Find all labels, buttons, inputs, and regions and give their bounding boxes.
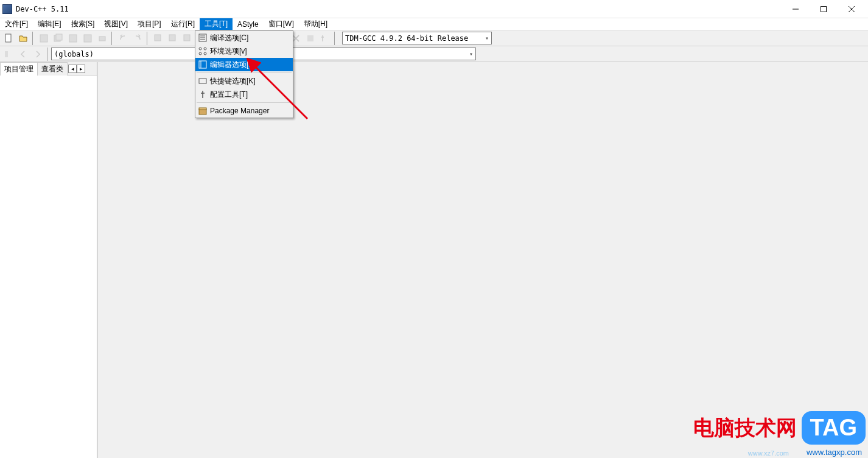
menu-file[interactable]: 文件[F]: [0, 18, 33, 30]
new-file-button[interactable]: [2, 32, 15, 45]
svg-rect-27: [307, 35, 313, 41]
env-options-icon: [195, 44, 210, 58]
menu-shortcut-options-label: 快捷键选项[K]: [210, 76, 256, 86]
svg-rect-10: [99, 37, 105, 41]
svg-point-46: [204, 52, 206, 55]
tab-class-view[interactable]: 查看类: [37, 62, 68, 76]
toolbar-separator: [32, 32, 35, 45]
editor-area[interactable]: [97, 62, 868, 458]
menu-config-tools[interactable]: 配置工具[T]: [195, 88, 293, 101]
toolbar-separator: [47, 48, 49, 61]
scope-combo-value: (globals): [54, 50, 94, 58]
menu-env-options-label: 环境选项[v]: [210, 46, 247, 57]
open-file-button[interactable]: [16, 32, 30, 45]
svg-rect-9: [84, 35, 91, 42]
editor-options-icon: [195, 58, 210, 71]
main-toolbar: TDM-GCC 4.9.2 64-bit Release ▾: [0, 30, 868, 46]
tools-dropdown: 编译选项[C] 环境选项[v] 编辑器选项[E] 快捷键选项[K] 配置工具[T…: [195, 30, 293, 118]
nav-new-button: [2, 48, 15, 61]
svg-point-43: [199, 48, 201, 50]
nav-back-button: [16, 48, 30, 61]
menu-package-manager[interactable]: Package Manager: [195, 104, 293, 118]
menu-editor-options[interactable]: 编辑器选项[E]: [195, 58, 293, 71]
save-button: [37, 32, 51, 45]
package-icon: [195, 104, 210, 118]
tab-project-manager[interactable]: 项目管理: [0, 62, 38, 76]
watermark-badge: TAG: [802, 411, 866, 445]
tab-scroll-left-button[interactable]: ◂: [68, 65, 77, 73]
find-button: [152, 32, 165, 45]
menu-help[interactable]: 帮助[H]: [299, 18, 332, 30]
toolbar-separator: [334, 32, 337, 45]
app-icon: [2, 4, 12, 14]
menu-separator: [197, 72, 292, 73]
redo-button: [131, 32, 144, 45]
undo-button: [116, 32, 130, 45]
replace-button: [166, 32, 180, 45]
svg-rect-1: [821, 6, 827, 12]
nav-toolbar: (globals) ▾ ▾: [0, 46, 868, 62]
svg-rect-28: [5, 51, 8, 57]
nav-forward-button: [31, 48, 44, 61]
chevron-down-icon: ▾: [469, 51, 473, 57]
content-area: 项目管理 查看类 ◂ ▸: [0, 62, 868, 458]
window-title: Dev-C++ 5.11: [16, 5, 782, 13]
svg-rect-11: [155, 35, 161, 41]
svg-rect-47: [199, 61, 206, 68]
save-as-button: [66, 32, 80, 45]
svg-rect-12: [169, 35, 175, 41]
menu-config-tools-label: 配置工具[T]: [210, 90, 248, 100]
close-button-tb: [81, 32, 94, 45]
menu-separator: [197, 102, 292, 103]
menu-compile-options-label: 编译选项[C]: [210, 33, 248, 43]
minimize-button[interactable]: [782, 0, 810, 18]
menu-compile-options[interactable]: 编译选项[C]: [195, 31, 293, 44]
toolbar-separator: [147, 32, 149, 45]
svg-rect-13: [184, 35, 190, 41]
window-controls: [782, 0, 866, 18]
sidebar-tabs: 项目管理 查看类 ◂ ▸: [0, 62, 97, 76]
project-tree[interactable]: [0, 76, 97, 458]
find-in-files-button: [181, 32, 194, 45]
profile-button: [304, 32, 317, 45]
print-button: [96, 32, 109, 45]
svg-rect-8: [69, 35, 77, 42]
menu-env-options[interactable]: 环境选项[v]: [195, 44, 293, 58]
maximize-button[interactable]: [810, 0, 838, 18]
compile-options-icon: [195, 31, 210, 44]
watermark: 电脑技术网 TAG: [693, 411, 866, 445]
svg-point-44: [204, 48, 206, 50]
menu-view[interactable]: 视图[V]: [99, 18, 133, 30]
menu-edit[interactable]: 编辑[E]: [33, 18, 66, 30]
menu-search[interactable]: 搜索[S]: [66, 18, 100, 30]
menu-run[interactable]: 运行[R]: [166, 18, 200, 30]
save-all-button: [52, 32, 65, 45]
menu-editor-options-label: 编辑器选项[E]: [210, 60, 256, 70]
shortcut-icon: [195, 74, 210, 88]
compiler-select-value: TDM-GCC 4.9.2 64-bit Release: [345, 34, 468, 43]
menu-project[interactable]: 项目[P]: [133, 18, 166, 30]
menu-astyle[interactable]: AStyle: [233, 18, 264, 30]
svg-rect-49: [199, 79, 206, 83]
chevron-down-icon: ▾: [485, 35, 489, 41]
menu-tools[interactable]: 工具[T]: [200, 18, 233, 30]
close-button[interactable]: [838, 0, 866, 18]
svg-rect-7: [56, 34, 62, 40]
menu-window[interactable]: 窗口[W]: [264, 18, 299, 30]
watermark-text: 电脑技术网: [693, 414, 797, 442]
clean-button: [318, 32, 332, 45]
svg-rect-4: [5, 34, 11, 42]
toolbar-separator: [111, 32, 114, 45]
svg-point-45: [199, 52, 201, 55]
tab-scroll-right-button[interactable]: ▸: [77, 65, 85, 73]
sidebar: 项目管理 查看类 ◂ ▸: [0, 62, 97, 458]
menu-package-manager-label: Package Manager: [210, 107, 269, 115]
titlebar: Dev-C++ 5.11: [0, 0, 868, 18]
svg-rect-5: [40, 35, 47, 42]
svg-rect-51: [199, 108, 206, 110]
compiler-select[interactable]: TDM-GCC 4.9.2 64-bit Release ▾: [342, 32, 492, 44]
config-tools-icon: [195, 88, 210, 101]
menu-shortcut-options[interactable]: 快捷键选项[K]: [195, 74, 293, 88]
watermark-url-2: www.xz7.com: [748, 449, 789, 457]
watermark-url: www.tagxp.com: [807, 448, 862, 457]
